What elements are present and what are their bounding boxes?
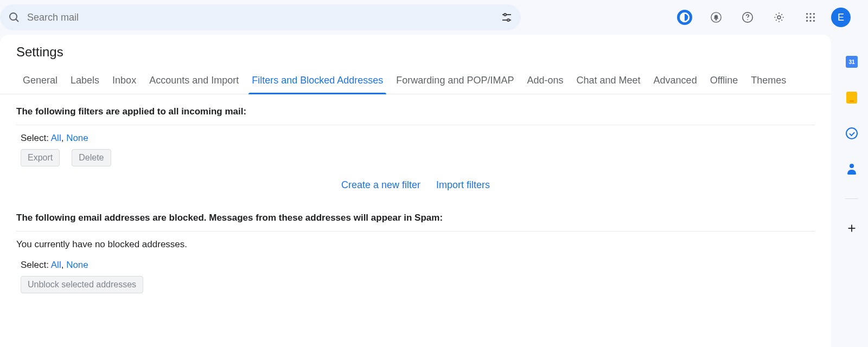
account-avatar[interactable]: E: [831, 8, 851, 27]
delete-button[interactable]: Delete: [72, 149, 111, 166]
help-icon[interactable]: [737, 7, 758, 28]
tab-addons[interactable]: Add-ons: [520, 70, 570, 94]
tab-offline[interactable]: Offline: [704, 70, 745, 94]
svg-point-16: [813, 16, 815, 18]
create-filter-link[interactable]: Create a new filter: [341, 179, 420, 190]
tab-accounts[interactable]: Accounts and Import: [143, 70, 245, 94]
blocked-select-none[interactable]: None: [66, 260, 88, 270]
calendar-icon[interactable]: [845, 55, 858, 68]
tasks-icon[interactable]: [845, 127, 858, 140]
filters-select-row: Select: All, None: [16, 125, 815, 147]
svg-point-9: [747, 19, 748, 20]
settings-panel: Settings General Labels Inbox Accounts a…: [0, 35, 831, 347]
tab-forwarding[interactable]: Forwarding and POP/IMAP: [390, 70, 520, 94]
unblock-button[interactable]: Unblock selected addresses: [21, 276, 143, 293]
tab-inbox[interactable]: Inbox: [106, 70, 143, 94]
blocked-select-all[interactable]: All: [51, 260, 61, 270]
import-filters-link[interactable]: Import filters: [436, 179, 490, 190]
export-button[interactable]: Export: [21, 149, 60, 166]
status-indicator[interactable]: [674, 7, 695, 28]
svg-point-7: [716, 19, 717, 20]
tab-chat[interactable]: Chat and Meet: [570, 70, 647, 94]
filters-select-none[interactable]: None: [66, 133, 88, 143]
svg-point-18: [809, 20, 811, 22]
blocked-select-label: Select:: [21, 260, 49, 270]
filters-heading: The following filters are applied to all…: [16, 94, 815, 125]
svg-point-12: [809, 13, 811, 15]
svg-point-0: [10, 13, 17, 20]
svg-point-4: [504, 14, 506, 16]
tab-labels[interactable]: Labels: [64, 70, 106, 94]
notifications-icon[interactable]: [705, 7, 727, 28]
search-icon: [8, 11, 21, 24]
page-title: Settings: [0, 35, 831, 70]
search-bar[interactable]: [0, 4, 521, 30]
filters-select-all[interactable]: All: [51, 133, 61, 143]
tab-general[interactable]: General: [16, 70, 64, 94]
apps-grid-icon[interactable]: [800, 7, 821, 28]
settings-gear-icon[interactable]: [768, 7, 790, 28]
svg-line-1: [16, 19, 18, 22]
svg-point-19: [813, 20, 815, 22]
top-actions: E: [674, 7, 864, 28]
blocked-select-row: Select: All, None: [16, 258, 815, 274]
keep-icon[interactable]: [845, 91, 858, 104]
svg-point-11: [806, 13, 808, 15]
svg-point-5: [507, 19, 509, 21]
add-addon-icon[interactable]: [845, 222, 858, 235]
svg-point-10: [777, 16, 781, 19]
blocked-heading: The following email addresses are blocke…: [16, 201, 815, 232]
side-panel: [835, 35, 868, 347]
tune-icon[interactable]: [500, 11, 513, 24]
svg-point-14: [806, 16, 808, 18]
blocked-empty-text: You currently have no blocked addresses.: [16, 232, 815, 258]
settings-tabs: General Labels Inbox Accounts and Import…: [0, 70, 831, 94]
tab-advanced[interactable]: Advanced: [647, 70, 704, 94]
tab-themes[interactable]: Themes: [744, 70, 793, 94]
svg-point-17: [806, 20, 808, 22]
filters-select-label: Select:: [21, 133, 49, 143]
search-input[interactable]: [27, 12, 500, 23]
svg-point-13: [813, 13, 815, 15]
contacts-icon[interactable]: [845, 163, 858, 176]
tab-filters[interactable]: Filters and Blocked Addresses: [245, 70, 390, 94]
side-divider: [845, 198, 858, 199]
svg-point-15: [809, 16, 811, 18]
